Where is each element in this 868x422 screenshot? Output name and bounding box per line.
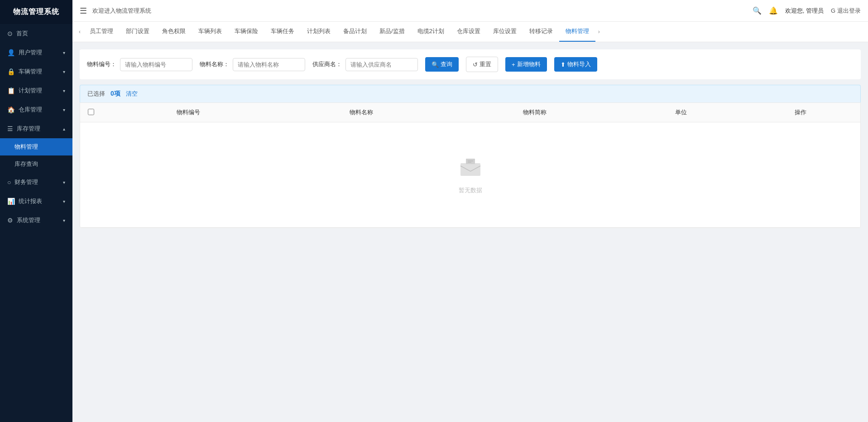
sidebar-item-inventory[interactable]: ☰ 库存管理 ▴ [0,119,72,138]
chevron-down-icon: ▾ [63,69,65,74]
sidebar-sub-label: 库存查询 [14,160,38,168]
chevron-up-icon: ▴ [63,126,65,131]
tab-next-arrow[interactable]: › [595,29,603,35]
sidebar-item-label: 仓库管理 [19,106,42,114]
main-content: ☰ 欢迎进入物流管理系统 🔍 🔔 欢迎您, 管理员 G 退出登录 ‹ 员工管理 … [72,0,868,422]
add-btn-label: 新增物料 [517,60,541,68]
tab-navigation: ‹ 员工管理 部门设置 角色权限 车辆列表 车辆保险 车辆任务 计划列表 备品计… [72,22,868,42]
table-header-checkbox [80,103,102,122]
logout-label: 退出登录 [837,7,861,15]
vehicle-icon: 🔒 [7,68,15,75]
tab-task[interactable]: 车辆任务 [264,22,301,42]
sidebar-sub-item-material[interactable]: 物料管理 [0,138,72,155]
inventory-icon: ☰ [7,125,13,132]
chevron-down-icon: ▾ [63,50,65,55]
import-btn-icon: ⬆ [561,61,566,68]
finance-icon: ○ [7,179,11,186]
filter-name-label: 物料名称： [200,60,229,68]
filter-code-label: 物料编号： [87,60,116,68]
chevron-down-icon: ▾ [63,107,65,112]
logout-button[interactable]: G 退出登录 [831,7,861,15]
search-btn-label: 查询 [441,60,452,68]
tab-vehicle-list[interactable]: 车辆列表 [192,22,228,42]
empty-state-cell: 暂无数据 [80,122,860,228]
table-header-name: 物料名称 [275,103,448,122]
svg-rect-1 [466,159,475,164]
chevron-down-icon: ▾ [63,88,65,93]
filter-code-input[interactable] [120,58,192,71]
data-table: 物料编号 物料名称 物料简称 单位 操作 [80,103,860,228]
add-material-button[interactable]: + 新增物料 [505,57,547,72]
chevron-down-icon: ▾ [63,199,65,204]
sidebar-item-home[interactable]: ⊙ 首页 [0,24,72,43]
tab-spare[interactable]: 备品计划 [337,22,373,42]
empty-state: 暂无数据 [87,128,853,222]
filter-code-group: 物料编号： [87,58,192,71]
select-all-checkbox[interactable] [88,109,94,115]
tab-warehouse-settings[interactable]: 仓库设置 [451,22,487,42]
bell-icon[interactable]: 🔔 [769,6,778,15]
reset-btn-label: 重置 [480,60,491,68]
import-material-button[interactable]: ⬆ 物料导入 [554,57,597,72]
chevron-down-icon: ▾ [63,180,65,185]
table-header: 物料编号 物料名称 物料简称 单位 操作 [80,103,860,122]
user-icon: 👤 [7,49,15,56]
menu-toggle-icon[interactable]: ☰ [80,6,87,16]
sidebar-item-vehicle[interactable]: 🔒 车辆管理 ▾ [0,62,72,81]
tab-new-monitor[interactable]: 新品/监措 [373,22,411,42]
report-icon: 📊 [7,198,15,205]
home-icon: ⊙ [7,30,13,37]
tab-material-mgmt[interactable]: 物料管理 [559,22,595,42]
clear-selection-link[interactable]: 清空 [126,90,138,98]
import-btn-label: 物料导入 [567,60,591,68]
empty-state-icon [95,155,846,183]
search-btn-icon: 🔍 [432,61,439,68]
svg-rect-0 [460,163,480,176]
sidebar-item-finance[interactable]: ○ 财务管理 ▾ [0,173,72,192]
tab-role[interactable]: 角色权限 [156,22,192,42]
sidebar-item-user[interactable]: 👤 用户管理 ▾ [0,43,72,62]
sidebar-item-label: 计划管理 [19,87,42,95]
topbar-welcome: 欢迎进入物流管理系统 [92,7,753,15]
filter-name-input[interactable] [233,58,305,71]
sidebar-item-system[interactable]: ⚙ 系统管理 ▾ [0,211,72,230]
search-icon[interactable]: 🔍 [753,6,762,15]
tab-employee[interactable]: 员工管理 [83,22,120,42]
sidebar-item-label: 首页 [16,29,28,38]
tab-dept[interactable]: 部门设置 [120,22,156,42]
warehouse-icon: 🏠 [7,106,15,113]
sidebar-item-label: 系统管理 [17,216,40,224]
sidebar: 物流管理系统 ⊙ 首页 👤 用户管理 ▾ 🔒 车辆管理 ▾ 📋 计划管理 ▾ 🏠… [0,0,72,422]
sidebar-item-label: 统计报表 [19,197,42,205]
system-icon: ⚙ [7,217,13,224]
filter-supplier-group: 供应商名： [312,58,418,71]
empty-state-text: 暂无数据 [95,186,846,194]
filter-name-group: 物料名称： [200,58,305,71]
selection-bar: 已选择 0项 清空 [80,85,861,102]
sidebar-logo: 物流管理系统 [0,0,72,24]
tab-location-settings[interactable]: 库位设置 [487,22,523,42]
tab-insurance[interactable]: 车辆保险 [228,22,264,42]
reset-button[interactable]: ↺ 重置 [466,57,498,72]
table-header-code: 物料编号 [102,103,275,122]
table-header-unit: 单位 [621,103,741,122]
sidebar-item-plan[interactable]: 📋 计划管理 ▾ [0,81,72,100]
filter-supplier-label: 供应商名： [312,60,342,68]
tab-plan-list[interactable]: 计划列表 [301,22,337,42]
tab-transfer[interactable]: 转移记录 [523,22,559,42]
sidebar-item-label: 用户管理 [19,49,42,57]
sidebar-item-label: 车辆管理 [19,68,42,76]
tab-cable[interactable]: 电缆2计划 [411,22,451,42]
add-btn-icon: + [512,61,515,68]
selection-prefix: 已选择 [87,90,105,98]
sidebar-sub-item-stock[interactable]: 库存查询 [0,155,72,173]
tab-prev-arrow[interactable]: ‹ [76,29,83,35]
reset-btn-icon: ↺ [473,61,478,68]
sidebar-item-warehouse[interactable]: 🏠 仓库管理 ▾ [0,100,72,119]
sidebar-item-label: 财务管理 [14,178,38,186]
filter-supplier-input[interactable] [345,58,418,71]
search-button[interactable]: 🔍 查询 [425,57,459,72]
topbar-user: 欢迎您, 管理员 [785,7,824,15]
sidebar-item-report[interactable]: 📊 统计报表 ▾ [0,192,72,211]
topbar: ☰ 欢迎进入物流管理系统 🔍 🔔 欢迎您, 管理员 G 退出登录 [72,0,868,22]
